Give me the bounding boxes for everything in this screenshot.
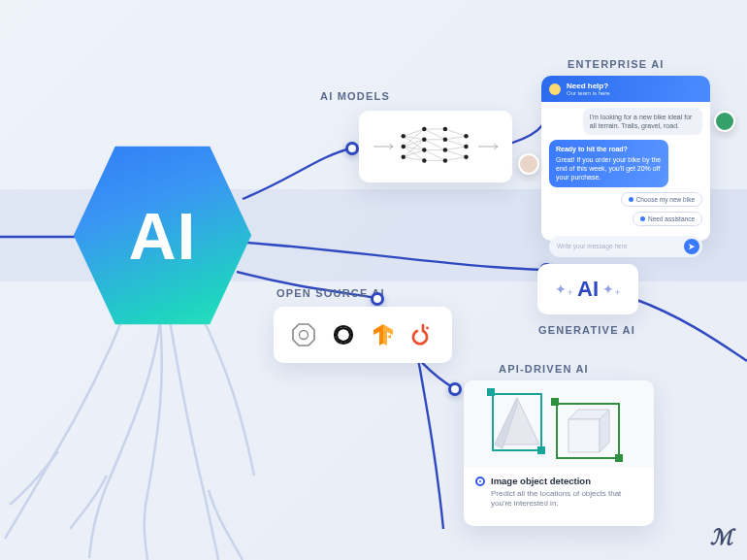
svg-point-42 (426, 327, 429, 330)
generative-ai-card: ✦₊ AI ✦₊ (537, 264, 638, 314)
enterprise-chat-card: Need help? Our team is here I'm looking … (541, 76, 710, 241)
svg-marker-39 (293, 324, 314, 346)
api-info-desc: Predict all the locations of objects tha… (491, 489, 642, 510)
svg-line-22 (445, 147, 467, 150)
api-info-title: Image object detection (491, 476, 591, 486)
sparkle-icon: ✦₊ (602, 281, 621, 297)
api-info: Image object detection Predict all the l… (464, 468, 654, 519)
svg-point-31 (422, 158, 426, 162)
open-source-ai-title: OPEN SOURCE AI (276, 287, 385, 299)
octagon-icon (291, 322, 316, 347)
node-api-driven (448, 382, 462, 396)
chat-bot-title: Ready to hit the road? (556, 145, 662, 153)
svg-rect-44 (487, 388, 495, 396)
svg-point-40 (299, 331, 308, 340)
chip-label: Choose my new bike (636, 196, 695, 203)
svg-point-34 (443, 148, 447, 151)
logo-mark: ℳ (710, 525, 733, 550)
hexagon-label: AI (129, 198, 197, 274)
svg-point-35 (443, 158, 447, 162)
avatar-left (518, 153, 539, 175)
svg-line-24 (445, 157, 467, 161)
pytorch-icon (410, 322, 436, 347)
chat-chip-choose[interactable]: Choose my new bike (621, 192, 702, 207)
svg-rect-49 (551, 398, 559, 406)
open-source-card (274, 307, 452, 363)
generative-ai-title: GENERATIVE AI (538, 324, 635, 336)
svg-line-10 (404, 150, 425, 157)
send-icon: ➤ (688, 242, 696, 251)
node-ai-models (345, 142, 359, 155)
neural-network-icon (367, 118, 504, 175)
generative-label: AI (577, 277, 599, 302)
sparkle-icon: ✦₊ (555, 281, 573, 297)
svg-line-20 (445, 136, 467, 140)
svg-point-36 (464, 134, 468, 138)
node-open-source (371, 292, 384, 306)
svg-line-11 (404, 157, 425, 161)
svg-line-9 (404, 140, 425, 157)
svg-point-25 (402, 134, 406, 138)
svg-point-27 (402, 155, 406, 159)
radio-icon (475, 477, 485, 486)
svg-line-21 (445, 140, 467, 147)
api-driven-card: Image object detection Predict all the l… (464, 380, 654, 526)
send-button[interactable]: ➤ (684, 239, 699, 254)
svg-point-38 (464, 155, 468, 159)
api-driven-ai-title: API-DRIVEN AI (499, 363, 589, 375)
chip-label: Need assistance (648, 215, 695, 222)
svg-line-2 (404, 129, 425, 136)
chip-dot-icon (629, 197, 633, 202)
chat-bot-body: Great! If you order your bike by the end… (556, 155, 662, 181)
chat-bubble-user: I'm looking for a new bike ideal for all… (583, 108, 702, 135)
svg-line-23 (445, 150, 467, 157)
api-visual (464, 380, 654, 468)
chat-header: Need help? Our team is here (541, 76, 710, 102)
avatar-right (714, 111, 735, 132)
chat-input[interactable]: Write your message here ➤ (549, 236, 702, 257)
svg-line-6 (404, 140, 425, 147)
svg-point-29 (422, 138, 426, 142)
svg-point-28 (422, 127, 426, 131)
chip-dot-icon (640, 216, 645, 221)
svg-point-32 (443, 127, 447, 131)
svg-point-33 (443, 138, 447, 142)
svg-point-37 (464, 145, 468, 148)
ai-models-title: AI MODELS (320, 90, 390, 102)
chat-chip-assist[interactable]: Need assistance (633, 212, 702, 226)
ai-models-card (359, 111, 512, 182)
chat-body: I'm looking for a new bike ideal for all… (541, 102, 710, 232)
chat-header-title: Need help? (567, 82, 610, 90)
svg-line-19 (445, 129, 467, 136)
avatar-icon (549, 83, 561, 95)
svg-line-18 (424, 150, 445, 161)
svg-point-26 (402, 145, 406, 148)
chat-input-placeholder: Write your message here (557, 243, 678, 249)
knot-icon (331, 322, 356, 347)
svg-line-5 (404, 129, 425, 147)
enterprise-ai-title: ENTERPRISE AI (568, 58, 665, 70)
svg-line-17 (424, 140, 445, 150)
chat-bubble-bot: Ready to hit the road? Great! If you ord… (549, 140, 668, 186)
svg-rect-45 (537, 446, 545, 454)
svg-point-30 (422, 148, 426, 151)
api-radio[interactable]: Image object detection (475, 476, 642, 486)
svg-rect-50 (615, 454, 623, 462)
svg-marker-52 (568, 419, 600, 452)
svg-line-16 (424, 129, 445, 140)
chat-header-subtitle: Our team is here (567, 90, 610, 96)
ai-hexagon: AI (68, 141, 257, 330)
tensorflow-icon (371, 322, 396, 347)
